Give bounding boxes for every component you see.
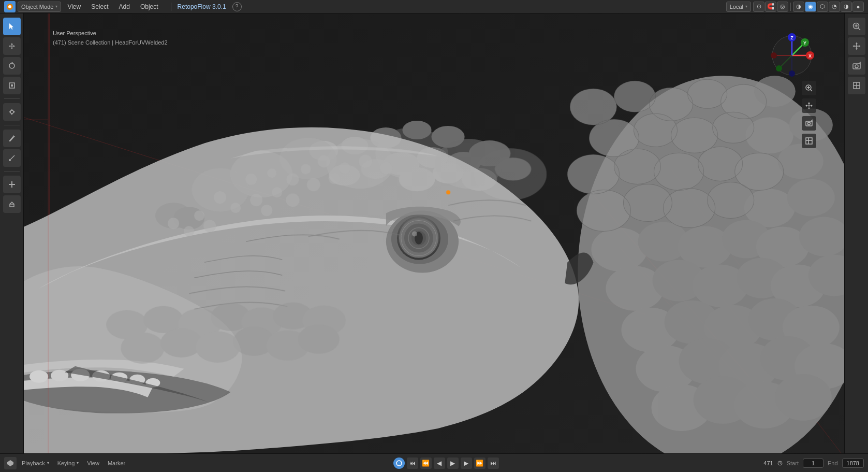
svg-point-110 [192,168,248,211]
playback-controls: ⏮ ⏪ ◀ ▶ ▶ ⏩ ⏭ [130,457,761,469]
add-tool-btn[interactable] [3,176,21,193]
mode-dropdown[interactable]: Object Mode ▾ [18,2,61,12]
3d-model-display [24,13,844,453]
select-menu[interactable]: Select [87,2,112,11]
keying-menu[interactable]: Keying ▾ [54,459,82,467]
annotate-tool-btn[interactable] [3,130,21,147]
3d-viewport[interactable]: User Perspective (471) Scene Collection … [24,13,844,453]
svg-text:X: X [808,53,812,59]
svg-point-181 [771,52,777,59]
svg-point-136 [286,193,300,207]
plugin-label[interactable]: RetopoFlow 3.0.1 [173,2,230,11]
object-menu[interactable]: Object [136,2,163,11]
playback-label: Playback [22,460,45,466]
pan-viewport-btn[interactable] [802,98,816,113]
start-value[interactable]: 1 [803,459,823,468]
svg-point-148 [359,154,372,168]
svg-line-196 [858,28,860,30]
viewport-mode-icons [802,81,816,148]
svg-point-135 [272,187,283,197]
svg-point-127 [30,370,48,383]
mode-arrow: ▾ [55,4,57,9]
proportional-btn[interactable]: ◎ [777,2,788,12]
zoom-tool-btn[interactable] [848,18,865,35]
render-engine-btn[interactable] [4,457,17,469]
viewport-shading-render[interactable]: ● [852,2,864,12]
snap-btn[interactable]: 🧲 [765,2,776,12]
viewport-shading-solid[interactable]: ◔ [829,2,840,12]
add-menu[interactable]: Add [115,2,134,11]
transform-tool-btn[interactable] [3,103,21,121]
header-sep [790,3,791,11]
scale-tool-btn[interactable] [3,77,21,94]
help-btn[interactable]: ? [232,2,242,11]
grid-viewport-btn[interactable] [802,134,816,148]
prev-keyframe-btn[interactable]: ⏪ [420,457,432,469]
jump-to-end-btn[interactable]: ⏭ [488,457,499,469]
playback-circle-indicator[interactable] [393,457,405,469]
prev-frame-btn[interactable]: ◀ [434,457,445,469]
pan-tool-btn[interactable] [848,37,865,55]
keying-arrow: ▾ [77,461,79,465]
svg-rect-192 [806,138,812,144]
start-label: Start [787,460,799,466]
zoom-viewport-btn[interactable] [802,81,816,95]
measure-tool-btn[interactable] [3,149,21,167]
frame-counter: 471 [763,460,773,466]
svg-point-141 [268,168,277,178]
viewport-overlay-btn[interactable]: ◑ [793,2,804,12]
svg-point-140 [246,174,257,185]
svg-point-114 [474,148,547,200]
extrude-tool-btn[interactable] [3,195,21,213]
collection-label: (471) Scene Collection | HeadForUVWelded… [53,38,168,48]
select-tool-btn[interactable] [3,18,21,35]
view-menu[interactable]: View [63,2,85,11]
perspective-label: User Perspective [53,29,168,38]
svg-point-134 [251,194,263,206]
play-btn[interactable]: ▶ [447,457,459,469]
svg-point-128 [51,370,68,381]
svg-point-150 [194,210,204,221]
playback-menu[interactable]: Playback ▾ [19,459,52,467]
svg-point-163 [195,332,240,363]
camera-view-btn[interactable] [848,57,865,75]
icon-group-2: ◑ ◉ ⬡ ◔ ◑ ● [793,2,864,12]
svg-point-151 [203,220,216,232]
svg-rect-14 [11,181,12,188]
toolbar-sep-3 [4,171,20,171]
svg-text:Y: Y [803,40,806,46]
svg-point-139 [214,191,226,204]
svg-point-74 [775,374,832,421]
end-label: End [828,460,838,466]
move-tool-btn[interactable] [3,37,21,55]
view-menu-bottom[interactable]: View [84,459,102,467]
svg-point-49 [591,227,647,271]
orthographic-view-btn[interactable] [848,77,865,94]
toolbar-sep-2 [4,125,20,125]
mode-label: Object Mode [21,4,53,10]
transform-space-dropdown[interactable]: Local ▾ [726,2,751,12]
marker-label: Marker [108,460,125,466]
viewport-gizmo[interactable]: X Y Z [769,32,815,79]
svg-point-145 [301,164,311,174]
svg-point-144 [329,173,340,184]
frame-rate-indicator [777,461,783,466]
end-value[interactable]: 1878 [842,459,864,468]
frame-current-value: 471 [763,460,773,466]
svg-text:Z: Z [790,35,793,40]
marker-menu[interactable]: Marker [105,459,128,467]
transform-pivot-btn[interactable]: ⊙ [753,2,764,12]
viewport-shading-wire[interactable]: ⬡ [817,2,828,12]
svg-point-153 [168,218,179,229]
rotate-tool-btn[interactable] [3,57,21,75]
camera-viewport-btn[interactable] [802,116,816,131]
viewport-shading-mat[interactable]: ◑ [841,2,852,12]
blender-icon[interactable] [4,1,16,12]
view-label-bottom: View [87,460,99,466]
svg-point-1 [8,5,11,8]
bottom-right-status: 471 Start 1 End 1878 [763,459,864,468]
next-keyframe-btn[interactable]: ⏩ [474,457,486,469]
viewport-render-btn[interactable]: ◉ [805,2,816,12]
next-frame-btn[interactable]: ▶ [461,457,472,469]
jump-to-start-btn[interactable]: ⏮ [407,457,418,469]
